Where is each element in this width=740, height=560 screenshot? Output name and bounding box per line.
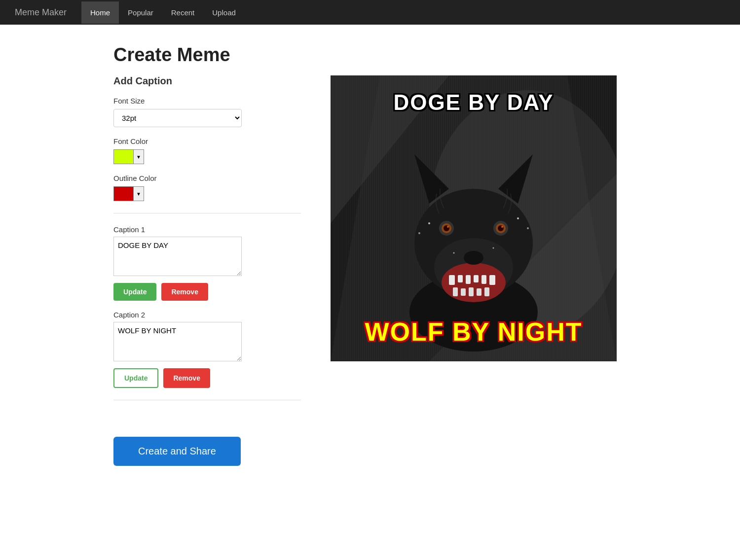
caption-2-update-btn[interactable]: Update [113,368,158,388]
font-color-label: Font Color [113,137,301,145]
svg-rect-16 [474,275,479,282]
caption-2-label: Caption 2 [113,311,301,319]
navbar: Meme Maker Home Popular Recent Upload [0,0,740,25]
caption-1-group: Caption 1 DOGE BY DAY Update Remove [113,225,301,301]
svg-point-38 [527,227,529,229]
svg-rect-18 [489,275,495,285]
outline-color-dropdown-btn[interactable]: ▼ [133,186,144,201]
outline-color-swatch [113,186,133,201]
page-title: Create Meme [113,44,627,66]
outline-color-picker: ▼ [113,186,301,201]
svg-rect-21 [469,287,474,296]
svg-point-32 [464,251,483,265]
font-size-group: Font Size 16pt 24pt 32pt 40pt 48pt 64pt [113,97,301,127]
svg-rect-19 [453,287,458,296]
svg-point-36 [493,247,494,249]
caption-1-update-btn[interactable]: Update [113,283,156,301]
font-size-select[interactable]: 16pt 24pt 32pt 40pt 48pt 64pt [113,109,242,127]
nav-link-popular[interactable]: Popular [119,1,162,24]
section-title: Add Caption [113,75,301,87]
font-color-picker: ▼ [113,149,301,164]
svg-point-27 [447,226,449,228]
caption-1-textarea[interactable]: DOGE BY DAY [113,237,242,276]
svg-point-33 [428,222,430,224]
meme-caption-top: DOGE BY DAY [331,90,617,115]
font-color-group: Font Color ▼ [113,137,301,164]
nav-link-upload[interactable]: Upload [203,1,245,24]
svg-point-31 [501,226,503,228]
divider-2 [113,400,301,400]
svg-rect-15 [466,275,471,284]
svg-point-37 [418,232,420,234]
nav-link-recent[interactable]: Recent [162,1,204,24]
divider-1 [113,213,301,213]
svg-point-34 [517,217,519,219]
svg-rect-22 [477,288,481,296]
caption-2-remove-btn[interactable]: Remove [163,368,210,388]
outline-color-label: Outline Color [113,174,301,182]
main-container: Create Meme Add Caption Font Size 16pt 2… [74,25,666,486]
caption-2-buttons: Update Remove [113,368,301,388]
svg-point-35 [453,252,455,254]
caption-1-label: Caption 1 [113,225,301,234]
font-color-swatch [113,149,133,164]
meme-caption-bottom: WOLF BY NIGHT [331,317,617,347]
caption-1-buttons: Update Remove [113,283,301,301]
caption-2-group: Caption 2 WOLF BY NIGHT Update Remove [113,311,301,388]
font-color-dropdown-btn[interactable]: ▼ [133,149,144,164]
caption-2-textarea[interactable]: WOLF BY NIGHT [113,322,242,361]
left-panel: Add Caption Font Size 16pt 24pt 32pt 40p… [113,75,301,466]
create-share-button[interactable]: Create and Share [113,437,241,466]
outline-color-group: Outline Color ▼ [113,174,301,201]
svg-rect-17 [481,275,486,284]
content-layout: Add Caption Font Size 16pt 24pt 32pt 40p… [113,75,627,466]
meme-preview: DOGE BY DAY WOLF BY NIGHT [331,75,617,361]
font-size-label: Font Size [113,97,301,105]
nav-link-home[interactable]: Home [81,1,119,24]
svg-rect-14 [458,275,463,282]
svg-rect-13 [449,275,455,285]
nav-brand: Meme Maker [15,7,67,18]
svg-rect-23 [484,287,489,296]
svg-rect-20 [461,288,466,296]
caption-1-remove-btn[interactable]: Remove [161,283,208,301]
right-panel: DOGE BY DAY WOLF BY NIGHT [331,75,627,361]
nav-links: Home Popular Recent Upload [81,1,245,24]
